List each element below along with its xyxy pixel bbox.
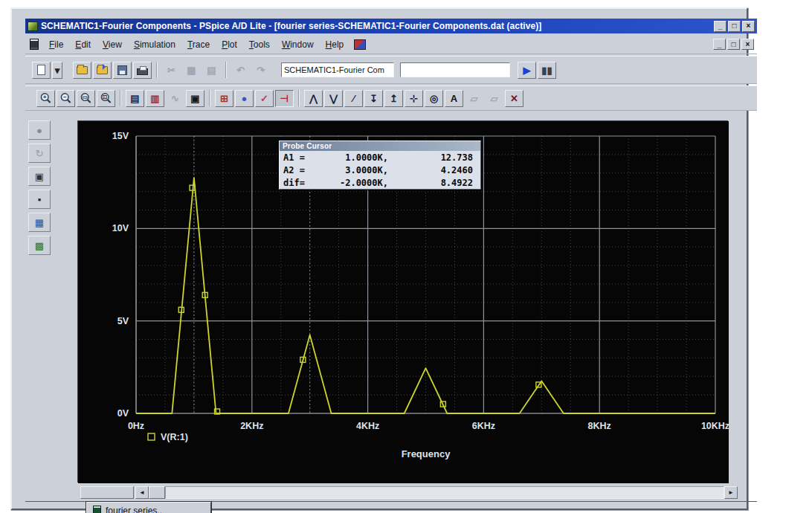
cursor-max-icon: ↥	[390, 94, 398, 103]
print-button[interactable]	[133, 62, 152, 79]
toolbar-separator	[298, 90, 300, 106]
zoom-in-button[interactable]: +	[36, 90, 55, 107]
pause-simulation-button[interactable]: ▮▮	[538, 62, 556, 79]
paste-icon: ▤	[207, 65, 216, 75]
toolbar-separator	[120, 90, 121, 106]
close-button[interactable]: ×	[742, 21, 755, 32]
child-minimize-button[interactable]: _	[713, 39, 726, 50]
probe-cursor-row: dif=-2.0000K,8.4922	[280, 176, 480, 189]
mark-data-points-icon: ⊞	[220, 94, 228, 103]
toolbar-separator	[209, 90, 210, 106]
probe-cursor-freq: 1.0000K,	[312, 152, 396, 163]
probe-cursor-label: dif=	[280, 178, 312, 188]
menu-view[interactable]: View	[97, 37, 128, 52]
y-tick-label: 5V	[117, 316, 129, 326]
menu-window[interactable]: Window	[276, 37, 320, 52]
mark-voltage-diff-button: ▱	[465, 90, 483, 107]
menu-tools[interactable]: Tools	[243, 37, 276, 52]
scroll-left-button[interactable]: ◄	[135, 486, 149, 499]
menu-trace[interactable]: Trace	[181, 37, 216, 52]
save-icon	[117, 65, 127, 75]
log-x-axis-button[interactable]: ▤	[126, 90, 144, 107]
cursor-point-button[interactable]: ⊹	[405, 90, 423, 107]
tab-fourier-series[interactable]: fourier series..	[86, 502, 211, 513]
cursor-search-icon: ◎	[430, 94, 438, 103]
side-clear-button[interactable]: ●	[28, 120, 51, 140]
pause-simulation-icon: ▮▮	[541, 65, 552, 75]
scrollbar-thumb[interactable]	[149, 486, 165, 499]
main-toolbar: ▾✂▦▤↶↷SCHEMATIC1-Fourier Com▶▮▮	[25, 56, 757, 84]
new-dropdown-button[interactable]: ▾	[52, 62, 62, 79]
y-tick-label: 0V	[117, 408, 129, 419]
probe-cursor-value: 8.4922	[396, 178, 480, 188]
scroll-right-button[interactable]: ►	[724, 486, 738, 499]
zoom-fit-button[interactable]: ⊡	[97, 90, 115, 107]
probe-cursor-title: Probe Cursor	[280, 141, 480, 151]
side-refresh-button[interactable]: ↻	[28, 143, 51, 163]
cursor-trough-button[interactable]: ⋁	[324, 90, 343, 107]
child-close-button[interactable]: ×	[741, 39, 754, 50]
label-text-button[interactable]: A	[445, 90, 463, 107]
add-plot-button[interactable]: ▥	[146, 90, 164, 107]
x-tick-label: 6KHz	[472, 421, 495, 431]
toggle-cursor-button[interactable]: ⊣	[275, 90, 294, 107]
plot-panel: 0V5V10V15V0Hz2KHz4KHz6KHz8KHz10KHzV(R:1)…	[77, 120, 728, 483]
menu-edit[interactable]: Edit	[69, 37, 97, 52]
menu-plot[interactable]: Plot	[216, 37, 243, 52]
svg-text:▭: ▭	[82, 94, 87, 100]
side-print-icon: ▪	[38, 195, 42, 204]
probe-cursor-value: 12.738	[396, 152, 480, 163]
probe-cursor-freq: -2.0000K,	[312, 178, 396, 188]
zoom-out-button[interactable]: −	[57, 90, 75, 107]
scrollbar-track[interactable]	[165, 486, 724, 499]
magnifier-icon: +	[39, 92, 53, 105]
redo-icon: ↷	[257, 65, 265, 75]
child-restore-icon: □	[731, 40, 735, 49]
simulation-profile-combo[interactable]: SCHEMATIC1-Fourier Com	[281, 62, 394, 77]
fourier-button: ∿	[166, 90, 184, 107]
child-close-icon: ×	[746, 40, 750, 49]
side-log-button[interactable]: ▦	[28, 213, 51, 232]
minimize-button[interactable]: _	[714, 21, 726, 32]
cursor-search-button[interactable]: ◎	[425, 90, 443, 107]
side-copy-button[interactable]: ▣	[28, 167, 51, 186]
maximize-icon: □	[732, 22, 736, 30]
menu-file[interactable]: File	[43, 37, 69, 52]
cursor-min-button[interactable]: ↧	[364, 90, 383, 107]
copy-button: ▦	[182, 62, 201, 79]
menu-simulation[interactable]: Simulation	[128, 37, 181, 52]
cursor-peak-button[interactable]: ⋀	[304, 90, 323, 107]
save-button[interactable]	[113, 62, 132, 79]
mark-data-points-button[interactable]: ⊞	[215, 90, 233, 107]
new-simulation-button[interactable]	[32, 62, 51, 79]
performance-analysis-button[interactable]: ▣	[186, 90, 204, 107]
open-button[interactable]	[73, 62, 91, 79]
undo-icon: ↶	[236, 65, 245, 75]
document-icon	[30, 39, 39, 50]
side-schematic-button[interactable]: ▩	[28, 236, 51, 255]
window-controls: _□×	[714, 21, 755, 32]
side-refresh-icon: ↻	[36, 149, 44, 158]
side-print-button[interactable]: ▪	[28, 190, 51, 209]
cursor-slope-button[interactable]: ∕	[344, 90, 363, 107]
log-x-axis-icon: ▤	[130, 94, 139, 103]
x-tick-label: 0Hz	[128, 421, 144, 431]
probe-cursor-body: A1 =1.0000K,12.738A2 =3.0000K,4.2460dif=…	[280, 151, 480, 189]
side-copy-icon: ▣	[35, 172, 44, 181]
maximize-button[interactable]: □	[728, 21, 741, 32]
run-command-input[interactable]	[400, 62, 510, 77]
view-toolbar: +−▭⊡▤▥∿▣⊞●✓⊣⋀⋁∕↧↥⊹◎A▱▱✕	[25, 86, 757, 111]
cursor-max-button[interactable]: ↥	[384, 90, 403, 107]
eval-goal-function-button[interactable]: ✕	[505, 90, 523, 107]
probe-cursor-window[interactable]: Probe Cursor A1 =1.0000K,12.738A2 =3.000…	[279, 141, 481, 190]
pspice-icon	[354, 39, 366, 50]
add-plot-icon: ▥	[150, 94, 159, 103]
child-restore-button[interactable]: □	[727, 39, 740, 50]
import-button[interactable]	[93, 62, 112, 79]
zoom-area-button[interactable]: ▭	[77, 90, 95, 107]
svg-text:+: +	[43, 94, 47, 100]
voltage-marker-button[interactable]: ●	[235, 90, 254, 107]
add-trace-button[interactable]: ✓	[255, 90, 274, 107]
run-simulation-button[interactable]: ▶	[518, 62, 536, 79]
menu-help[interactable]: Help	[320, 37, 350, 52]
